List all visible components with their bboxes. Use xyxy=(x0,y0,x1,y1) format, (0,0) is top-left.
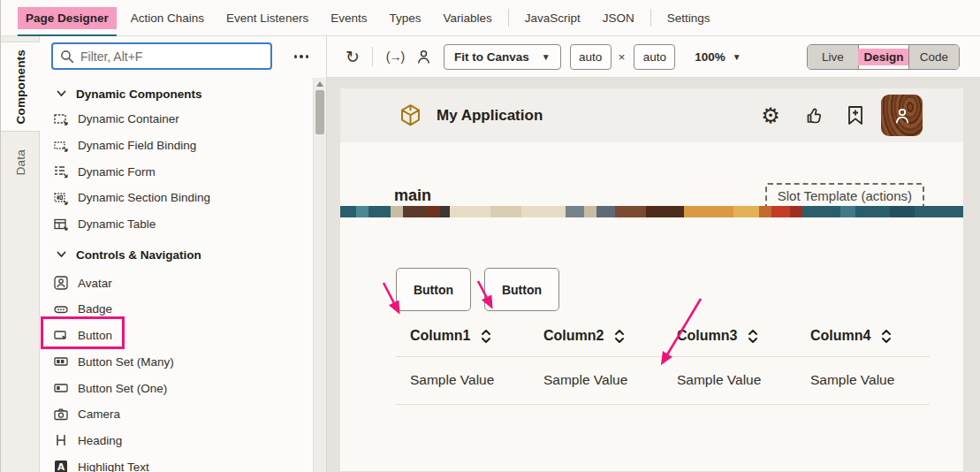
canvas-toolbar: ↻ (→) Fit to Canvas ▼ × 100% ▼ Live Desi… xyxy=(327,36,980,78)
chevron-down-icon xyxy=(57,90,66,97)
palette-item-button-set-one[interactable]: Button Set (One) xyxy=(40,375,312,401)
column-header-4[interactable]: Column4 xyxy=(796,316,930,356)
palette-item-dynamic-field-binding[interactable]: Dynamic Field Binding xyxy=(40,133,312,159)
palette-item-dynamic-table[interactable]: Dynamic Table xyxy=(40,211,312,238)
decorative-banner xyxy=(340,206,964,217)
column-header-3[interactable]: Column3 xyxy=(663,316,796,356)
design-canvas[interactable]: My Application ⚙ xyxy=(339,88,964,472)
scrollbar-up-arrow[interactable] xyxy=(316,81,323,87)
tab-divider xyxy=(508,9,509,27)
tab-variables[interactable]: Variables xyxy=(435,7,499,29)
left-tab-strip: Components Data xyxy=(1,36,40,472)
section-dynamic-components[interactable]: Dynamic Components xyxy=(40,81,312,106)
dynamic-table-icon xyxy=(53,217,69,232)
thumbs-up-icon[interactable] xyxy=(801,103,828,129)
tab-action-chains[interactable]: Action Chains xyxy=(123,7,212,29)
bookmark-plus-icon[interactable] xyxy=(842,103,869,129)
palette-item-label: Highlight Text xyxy=(78,461,149,472)
canvas-button-1[interactable]: Button xyxy=(396,268,471,311)
app-title: My Application xyxy=(437,107,543,125)
canvas-width-input[interactable] xyxy=(570,44,612,70)
palette-item-label: Dynamic Table xyxy=(78,217,156,231)
mode-code-button[interactable]: Code xyxy=(908,45,959,69)
canvas-button-2[interactable]: Button xyxy=(484,268,559,311)
palette-item-highlight-text[interactable]: A Highlight Text xyxy=(40,453,312,472)
palette-item-badge[interactable]: Badge xyxy=(40,296,312,323)
column-header-1[interactable]: Column1 xyxy=(396,316,529,356)
tab-javascript[interactable]: JavaScript xyxy=(517,7,589,29)
side-tab-data[interactable]: Data xyxy=(1,135,41,190)
sort-icon[interactable] xyxy=(614,329,625,344)
dimension-times-symbol: × xyxy=(619,50,626,64)
canvas-height-input[interactable] xyxy=(634,44,675,70)
palette-item-label: Camera xyxy=(78,407,120,421)
mode-live-button[interactable]: Live xyxy=(808,45,858,69)
tab-events[interactable]: Events xyxy=(323,7,375,29)
svg-text:A: A xyxy=(57,461,65,472)
palette-item-heading[interactable]: Heading xyxy=(40,428,312,454)
column-header-2[interactable]: Column2 xyxy=(529,316,663,356)
sample-table: Column1 Column2 Column3 Column4 Sample V… xyxy=(396,316,930,405)
side-tab-components-label: Components xyxy=(14,49,27,125)
zoom-select[interactable]: 100% ▼ xyxy=(695,50,741,64)
canvas-button-row: Button Button xyxy=(396,268,559,311)
live-range-icon[interactable]: (→) xyxy=(384,45,406,68)
user-view-icon[interactable] xyxy=(412,45,435,68)
app-header-actions: ⚙ xyxy=(757,95,923,136)
palette-item-dynamic-section-binding[interactable]: Dynamic Section Binding xyxy=(40,185,312,211)
overflow-menu-icon[interactable] xyxy=(286,46,316,67)
tab-page-designer[interactable]: Page Designer xyxy=(18,7,117,29)
palette-item-button[interactable]: Button xyxy=(40,323,312,349)
slot-template-placeholder[interactable]: Slot Template (actions) xyxy=(765,183,924,209)
sort-icon[interactable] xyxy=(881,329,892,344)
dropdown-caret-icon: ▼ xyxy=(733,52,741,62)
filter-field[interactable] xyxy=(51,42,272,70)
palette-item-label: Button Set (One) xyxy=(78,382,167,395)
tab-divider xyxy=(650,9,651,27)
palette-item-camera[interactable]: Camera xyxy=(40,401,312,428)
tab-json[interactable]: JSON xyxy=(595,7,642,29)
palette-scrollbar[interactable] xyxy=(313,78,326,472)
palette-item-label: Dynamic Container xyxy=(78,112,179,126)
palette-item-dynamic-form[interactable]: Dynamic Form xyxy=(40,158,312,185)
page-tabs-bar: Page Designer Action Chains Event Listen… xyxy=(1,0,980,36)
components-palette: Dynamic Components Dynamic Container Dyn… xyxy=(40,36,327,472)
tab-settings[interactable]: Settings xyxy=(659,7,718,29)
palette-item-avatar[interactable]: Avatar xyxy=(40,270,312,296)
mode-design-button[interactable]: Design xyxy=(858,45,908,69)
table-cell: Sample Value xyxy=(663,356,796,404)
refresh-icon[interactable]: ↻ xyxy=(341,45,364,68)
scrollbar-thumb[interactable] xyxy=(315,90,324,134)
gear-icon[interactable]: ⚙ xyxy=(757,103,784,129)
palette-item-label: Avatar xyxy=(78,277,112,290)
table-cell: Sample Value xyxy=(529,356,663,404)
dynamic-container-icon xyxy=(53,111,69,127)
side-tab-data-label: Data xyxy=(14,149,27,175)
side-tab-components[interactable]: Components xyxy=(1,42,41,132)
tab-types[interactable]: Types xyxy=(381,7,429,29)
palette-item-label: Button Set (Many) xyxy=(78,355,174,369)
section-title: Dynamic Components xyxy=(76,88,202,101)
palette-item-label: Badge xyxy=(78,302,112,316)
palette-item-button-set-many[interactable]: Button Set (Many) xyxy=(40,349,312,376)
palette-list: Dynamic Components Dynamic Container Dyn… xyxy=(40,81,312,472)
palette-item-label: Heading xyxy=(78,434,122,447)
dynamic-field-binding-icon xyxy=(53,138,69,154)
table-cell: Sample Value xyxy=(396,356,529,404)
user-avatar[interactable] xyxy=(881,95,923,136)
visual-builder-window: Page Designer Action Chains Event Listen… xyxy=(0,0,980,472)
filter-input[interactable] xyxy=(80,49,263,64)
tab-event-listeners[interactable]: Event Listeners xyxy=(218,7,316,29)
fit-to-canvas-select[interactable]: Fit to Canvas ▼ xyxy=(444,44,561,70)
mode-design-label: Design xyxy=(858,49,910,65)
page-head-row: main Slot Template (actions) xyxy=(340,142,963,209)
section-controls-navigation[interactable]: Controls & Navigation xyxy=(40,242,312,267)
chevron-down-icon xyxy=(57,251,66,258)
badge-component-icon xyxy=(53,301,69,317)
dynamic-form-icon xyxy=(53,164,69,179)
table-row[interactable]: Sample Value Sample Value Sample Value S… xyxy=(396,356,930,404)
sort-icon[interactable] xyxy=(481,329,491,344)
highlight-text-icon: A xyxy=(53,459,69,472)
palette-item-dynamic-container[interactable]: Dynamic Container xyxy=(40,106,312,133)
sort-icon[interactable] xyxy=(748,329,758,344)
